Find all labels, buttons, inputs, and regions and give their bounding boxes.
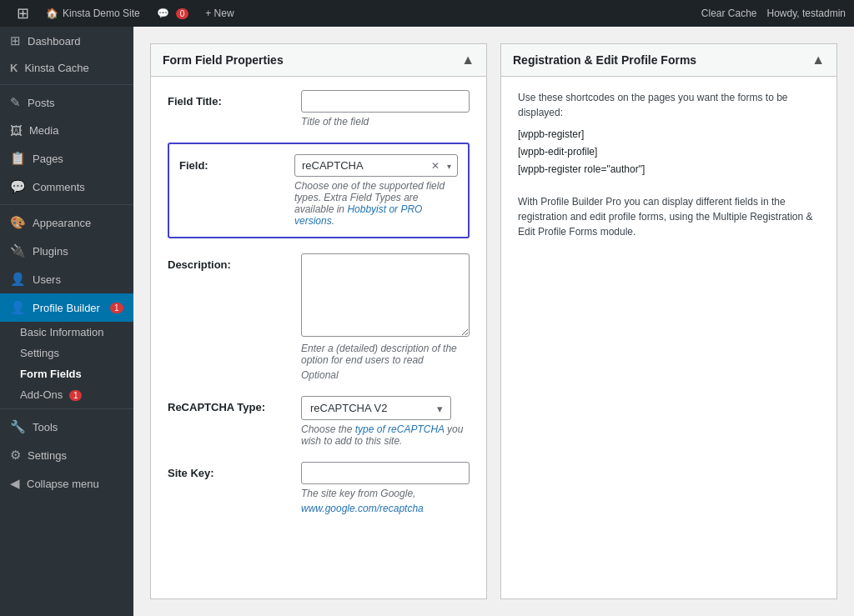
field-title-control: Title of the field (301, 90, 470, 128)
registration-forms-title: Registration & Edit Profile Forms (513, 53, 696, 67)
recaptcha-type-control: reCAPTCHA V2 reCAPTCHA V3 Choose the typ… (301, 396, 470, 447)
form-panel-title: Form Field Properties (163, 53, 284, 67)
sidebar-item-posts[interactable]: ✎ Posts (0, 88, 133, 117)
sidebar-label-users: Users (33, 273, 61, 286)
kinsta-icon: K (10, 62, 18, 74)
field-title-row: Field Title: Title of the field (168, 90, 470, 128)
site-key-row: Site Key: The site key from Google, www.… (168, 462, 470, 514)
description-control: Enter a (detailed) description of the op… (301, 253, 470, 381)
sidebar-item-kinsta-cache[interactable]: K Kinsta Cache (0, 55, 133, 81)
shortcode-register: [wppb-register] (518, 127, 820, 142)
recaptcha-type-row: ReCAPTCHA Type: reCAPTCHA V2 reCAPTCHA V… (168, 396, 470, 447)
description-label: Description: (168, 253, 301, 271)
shortcode-edit-profile: [wppb-edit-profile] (518, 144, 820, 159)
sidebar-label-appearance: Appearance (33, 217, 91, 229)
sidebar-item-media[interactable]: 🖼 Media (0, 117, 133, 144)
field-select-wrapper: Field: reCAPTCHA ✕ ▾ Choose one of the s… (168, 143, 470, 238)
pages-icon: 📋 (10, 151, 26, 166)
sidebar-item-pages[interactable]: 📋 Pages (0, 144, 133, 173)
sidebar-sub-add-ons[interactable]: Add-Ons 1 (0, 384, 133, 405)
field-hint: Choose one of the supported field types.… (294, 180, 458, 227)
recaptcha-type-label: ReCAPTCHA Type: (168, 396, 301, 413)
recaptcha-type-hint-text1: Choose the (301, 423, 352, 435)
sidebar-sub-basic-information[interactable]: Basic Information (0, 322, 133, 343)
select-clear-icon[interactable]: ✕ (431, 160, 440, 172)
field-title-input[interactable] (301, 90, 470, 113)
registration-panel-collapse-icon[interactable]: ▲ (811, 53, 825, 68)
form-panel-body: Field Title: Title of the field Field: (151, 77, 486, 543)
sidebar-item-collapse[interactable]: ◀ Collapse menu (0, 469, 133, 498)
sidebar-sub-settings[interactable]: Settings (0, 343, 133, 363)
collapse-icon: ◀ (10, 476, 20, 491)
sidebar-item-comments[interactable]: 💬 Comments (0, 173, 133, 201)
field-select-container: reCAPTCHA ✕ ▾ (294, 154, 458, 177)
sidebar-item-dashboard[interactable]: ⊞ Dashboard (0, 27, 133, 55)
field-title-hint: Title of the field (301, 116, 470, 128)
site-name-button[interactable]: 🏠 Kinsta Demo Site (38, 0, 148, 27)
form-field-properties-panel: Form Field Properties ▲ Field Title: Tit… (150, 43, 487, 599)
field-control-wrap: reCAPTCHA ✕ ▾ Choose one of the supporte… (294, 154, 458, 227)
registration-forms-panel: Registration & Edit Profile Forms ▲ Use … (500, 43, 837, 599)
sidebar-sub-form-fields[interactable]: Form Fields (0, 363, 133, 384)
sidebar-label-profile-builder: Profile Builder (33, 302, 100, 314)
new-button[interactable]: + New (197, 0, 242, 27)
field-row: Field: reCAPTCHA ✕ ▾ Choose one of the s… (179, 154, 458, 227)
description-hint1: Enter a (detailed) description of the op… (301, 343, 470, 366)
sidebar-label-media: Media (29, 124, 58, 137)
new-label: + New (205, 8, 234, 19)
comment-count: 0 (176, 8, 189, 19)
description-hint2: Optional (301, 369, 470, 381)
sidebar-item-profile-builder[interactable]: 👤 Profile Builder 1 (0, 293, 133, 322)
comments-button[interactable]: 💬 0 (148, 0, 198, 27)
site-key-hint-link[interactable]: www.google.com/recaptcha (301, 503, 424, 514)
sidebar-label-posts: Posts (28, 97, 55, 109)
recaptcha-type-hint: Choose the type of reCAPTCHA you wish to… (301, 423, 470, 447)
comments-icon: 💬 (10, 179, 26, 194)
plugins-icon: 🔌 (10, 243, 26, 258)
settings-icon: ⚙ (10, 448, 21, 463)
sidebar-item-appearance[interactable]: 🎨 Appearance (0, 208, 133, 237)
sidebar-item-tools[interactable]: 🔧 Tools (0, 413, 133, 441)
shortcode-register-author: [wppb-register role="author"] (518, 162, 820, 177)
posts-icon: ✎ (10, 95, 21, 110)
panel-collapse-icon[interactable]: ▲ (461, 53, 475, 68)
sidebar-label-collapse: Collapse menu (27, 478, 99, 490)
sidebar-label-dashboard: Dashboard (28, 35, 81, 48)
site-icon: 🏠 (46, 8, 58, 19)
site-key-input[interactable] (301, 462, 470, 484)
sidebar-item-settings[interactable]: ⚙ Settings (0, 441, 133, 469)
site-name: Kinsta Demo Site (63, 8, 140, 19)
sidebar-item-plugins[interactable]: 🔌 Plugins (0, 237, 133, 265)
content-area: Form Field Properties ▲ Field Title: Tit… (133, 27, 854, 616)
description-textarea[interactable] (301, 253, 470, 337)
dashboard-icon: ⊞ (10, 33, 21, 48)
sidebar-label-comments: Comments (33, 181, 85, 193)
registration-forms-panel-header: Registration & Edit Profile Forms ▲ (501, 44, 836, 77)
recaptcha-type-hint-link[interactable]: type of reCAPTCHA (355, 423, 445, 435)
admin-bar: ⊞ 🏠 Kinsta Demo Site 💬 0 + New Clear Cac… (0, 0, 854, 27)
site-key-hint2: www.google.com/recaptcha (301, 503, 470, 514)
wp-logo-icon: ⊞ (17, 4, 29, 23)
recaptcha-type-select[interactable]: reCAPTCHA V2 reCAPTCHA V3 (301, 396, 451, 420)
howdy-text: Howdy, testadmin (767, 8, 846, 19)
sidebar-divider-1 (0, 84, 133, 85)
site-key-control: The site key from Google, www.google.com… (301, 462, 470, 514)
clear-cache-button[interactable]: Clear Cache (701, 8, 757, 19)
site-key-label: Site Key: (168, 462, 301, 479)
site-key-hint1: The site key from Google, (301, 488, 470, 499)
tools-icon: 🔧 (10, 419, 26, 434)
appearance-icon: 🎨 (10, 215, 26, 230)
wp-logo-button[interactable]: ⊞ (8, 0, 38, 27)
comment-icon: 💬 (157, 8, 169, 19)
media-icon: 🖼 (10, 123, 23, 138)
sidebar-label-kinsta-cache: Kinsta Cache (24, 62, 88, 74)
sidebar-label-tools: Tools (33, 421, 58, 433)
sidebar-divider-2 (0, 204, 133, 205)
field-title-label: Field Title: (168, 90, 301, 108)
sidebar: ⊞ Dashboard K Kinsta Cache ✎ Posts 🖼 Med… (0, 27, 133, 616)
registration-forms-body: Use these shortcodes on the pages you wa… (501, 77, 836, 259)
registration-forms-note: With Profile Builder Pro you can display… (518, 194, 820, 239)
sidebar-item-users[interactable]: 👤 Users (0, 265, 133, 293)
sidebar-label-plugins: Plugins (33, 245, 68, 258)
registration-forms-description: Use these shortcodes on the pages you wa… (518, 90, 820, 120)
